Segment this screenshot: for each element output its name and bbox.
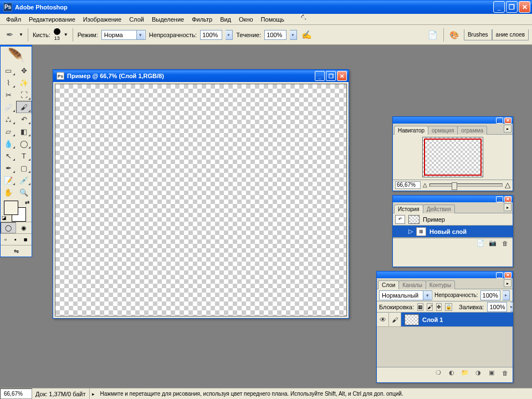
history-close-button[interactable]: ✕	[504, 196, 511, 202]
tool-path-select[interactable]: ↖	[1, 150, 16, 162]
flow-arrow-icon[interactable]: ▸	[290, 30, 297, 40]
jump-to-imageready[interactable]: ⇋	[1, 245, 32, 257]
lock-position-icon[interactable]: ✥	[436, 303, 442, 311]
layer-name[interactable]: Слой 1	[422, 316, 443, 323]
tool-marquee[interactable]: ▭	[1, 64, 16, 76]
lock-all-icon[interactable]: 🔒	[445, 303, 452, 311]
delete-layer-icon[interactable]: 🗑	[500, 369, 509, 377]
layer-style-icon[interactable]: ❍	[434, 369, 443, 377]
layer-fill-input[interactable]: 100%	[487, 302, 507, 312]
airbrush-icon[interactable]: ✍	[300, 29, 313, 41]
tab-history[interactable]: История	[394, 204, 423, 213]
status-menu-icon[interactable]: ▸	[90, 391, 97, 397]
delete-state-icon[interactable]: 🗑	[500, 239, 509, 247]
tool-crop[interactable]: ✂	[1, 89, 16, 101]
menu-select[interactable]: Выделение	[148, 15, 188, 24]
layer-fill-arrow-icon[interactable]: ▸	[510, 302, 513, 312]
menu-filter[interactable]: Фильтр	[188, 15, 216, 24]
edit-standard-mode[interactable]: ◯	[1, 222, 16, 233]
tool-type[interactable]: T	[16, 150, 32, 162]
brush-preset-picker[interactable]: 13	[54, 28, 60, 41]
layers-menu-icon[interactable]: ▸	[504, 279, 511, 287]
tool-dodge[interactable]: ◯	[16, 137, 32, 150]
tool-pen[interactable]: ✒	[1, 162, 16, 174]
screen-full[interactable]: ■	[21, 234, 30, 245]
lock-transparency-icon[interactable]: ▦	[417, 303, 423, 311]
tab-channels[interactable]: Каналы	[398, 280, 426, 289]
menu-image[interactable]: Изображение	[79, 15, 125, 24]
history-minimize-button[interactable]: _	[496, 196, 503, 202]
doc-minimize-button[interactable]: _	[315, 71, 325, 81]
history-brush-source-icon[interactable]: ↶	[395, 215, 405, 224]
layer-blend-mode-select[interactable]: Нормальный	[379, 290, 432, 300]
tool-brush[interactable]: 🖌	[16, 101, 32, 113]
opacity-arrow-icon[interactable]: ▸	[226, 30, 233, 40]
tool-history-brush[interactable]: ↶	[16, 113, 32, 125]
window-minimize-button[interactable]: _	[493, 1, 505, 13]
brush-dropdown-icon[interactable]: ▼	[64, 32, 68, 37]
tool-blur[interactable]: 💧	[1, 137, 16, 150]
navigator-menu-icon[interactable]: ▸	[504, 125, 511, 132]
screen-standard[interactable]: ▫	[1, 234, 11, 245]
tool-notes[interactable]: 📝	[1, 174, 16, 186]
new-set-icon[interactable]: 📁	[461, 369, 469, 377]
adjustment-layer-icon[interactable]: ◑	[474, 369, 483, 377]
layer-row[interactable]: 👁 🖌 Слой 1	[377, 313, 513, 327]
window-maximize-button[interactable]: ❐	[506, 1, 518, 13]
tool-stamp[interactable]: ⛼	[1, 113, 16, 125]
doc-close-button[interactable]: ✕	[337, 71, 347, 81]
doc-maximize-button[interactable]: ❐	[326, 71, 336, 81]
navigator-zoom-slider[interactable]	[429, 183, 503, 187]
tool-healing[interactable]: 🩹	[1, 101, 16, 113]
tool-preset-icon[interactable]: ✒	[3, 29, 16, 41]
document-canvas[interactable]	[55, 84, 347, 316]
history-state-row[interactable]: ▷ ▦ Новый слой	[393, 226, 513, 238]
edit-quickmask-mode[interactable]: ◉	[16, 222, 32, 233]
new-document-from-state-icon[interactable]: 📄	[476, 239, 485, 247]
tab-layers[interactable]: Слои	[378, 280, 399, 289]
tool-eraser[interactable]: ▱	[1, 125, 16, 137]
history-menu-icon[interactable]: ▸	[504, 203, 511, 211]
blend-mode-select[interactable]: Норма	[101, 30, 146, 40]
palette-tab-brushes[interactable]: Brushes	[464, 29, 492, 40]
window-close-button[interactable]: ✕	[519, 1, 530, 13]
layer-visibility-icon[interactable]: 👁	[377, 313, 389, 326]
tool-preset-dropdown-icon[interactable]: ▼	[19, 32, 23, 37]
tool-wand[interactable]: ✨	[16, 76, 32, 89]
tool-move[interactable]: ✥	[16, 64, 32, 76]
foreground-color[interactable]	[4, 201, 18, 215]
zoom-in-icon[interactable]: △	[505, 181, 510, 189]
layer-opacity-input[interactable]: 100%	[480, 290, 500, 300]
menu-file[interactable]: Файл	[2, 15, 25, 24]
menu-window[interactable]: Окно	[235, 15, 257, 24]
status-zoom-input[interactable]: 66,67%	[0, 388, 32, 399]
tab-navigator[interactable]: Навигатор	[394, 126, 428, 135]
new-snapshot-icon[interactable]: 📷	[488, 239, 497, 247]
tab-paths[interactable]: Контуры	[426, 280, 455, 289]
menu-view[interactable]: Вид	[216, 15, 235, 24]
status-doc-size[interactable]: Док: 1,37M/0 байт	[32, 388, 90, 399]
menu-layer[interactable]: Слой	[125, 15, 148, 24]
history-snapshot-row[interactable]: ↶ Пример	[393, 213, 513, 226]
flow-input[interactable]: 100%	[264, 30, 287, 40]
opacity-input[interactable]: 100%	[200, 30, 222, 40]
document-titlebar[interactable]: Ps Пример @ 66,7% (Слой 1,RGB/8) _ ❐ ✕	[53, 70, 349, 82]
tool-gradient[interactable]: ◧	[16, 125, 32, 137]
layer-mask-icon[interactable]: ◐	[447, 369, 456, 377]
layer-link-icon[interactable]: 🖌	[389, 313, 401, 326]
tool-eyedropper[interactable]: 💉	[16, 174, 32, 186]
menu-edit[interactable]: Редактирование	[25, 15, 79, 24]
navigator-close-button[interactable]: ✕	[504, 117, 511, 124]
tool-shape[interactable]: ▢	[16, 162, 32, 174]
palette-well-icon[interactable]: 🎨	[448, 29, 461, 41]
navigator-preview[interactable]	[422, 137, 483, 177]
palette-tab-layercomps[interactable]: ание слоев	[492, 29, 529, 40]
new-layer-icon[interactable]: ▣	[487, 369, 496, 377]
navigator-minimize-button[interactable]: _	[496, 117, 503, 124]
tool-slice[interactable]: ⛶	[16, 89, 32, 101]
tool-hand[interactable]: ✋	[1, 186, 16, 198]
default-colors-icon[interactable]: ◪	[2, 215, 7, 221]
zoom-out-icon[interactable]: △	[423, 182, 427, 188]
tool-zoom[interactable]: 🔍	[16, 186, 32, 198]
file-browser-icon[interactable]: 📄	[427, 29, 439, 41]
